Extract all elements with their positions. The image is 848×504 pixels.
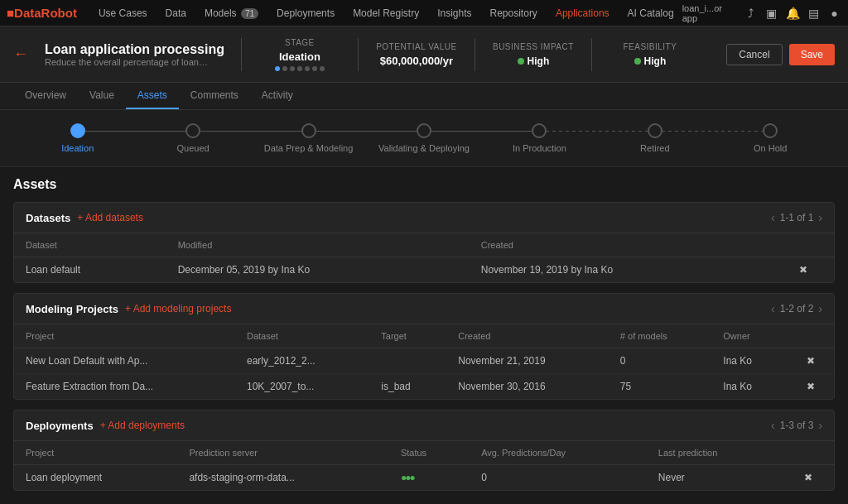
stage-in-production[interactable]: In Production: [482, 123, 597, 153]
datasets-page-info: 1-1 of 1: [780, 212, 814, 223]
header-divider-2: [358, 38, 359, 71]
stage-circle-production: [532, 123, 547, 138]
potential-value: $60,000,000/yr: [375, 55, 458, 67]
stage-dot-4: [297, 66, 302, 71]
nav-use-cases[interactable]: Use Cases: [90, 4, 156, 22]
dep-col-project: Project: [14, 441, 177, 465]
save-button[interactable]: Save: [789, 44, 835, 65]
logo[interactable]: ■DataRobot: [7, 6, 77, 20]
stage-retired[interactable]: Retired: [597, 123, 712, 153]
mp-col-created: Created: [446, 324, 609, 348]
header-actions: Cancel Save: [726, 44, 835, 65]
stage-label-validating: Validating & Deploying: [378, 143, 470, 153]
cancel-button[interactable]: Cancel: [726, 44, 782, 65]
nav-insights[interactable]: Insights: [429, 4, 479, 22]
project-title: Loan application processing: [45, 42, 224, 57]
stage-label-retired: Retired: [640, 143, 669, 153]
mp-row1-num-models: 0: [609, 348, 711, 374]
dataset-remove-button[interactable]: ✖: [773, 257, 834, 283]
chat-icon[interactable]: ▣: [764, 6, 778, 21]
datasets-table: Dataset Modified Created Loan default De…: [14, 233, 834, 282]
stage-label: STAGE: [258, 38, 341, 47]
mp-row1-remove-button[interactable]: ✖: [788, 348, 834, 374]
add-deployments-link[interactable]: + Add deployments: [100, 420, 185, 431]
nav-data[interactable]: Data: [157, 4, 195, 22]
user-icon[interactable]: ●: [827, 6, 841, 21]
dep-col-status: Status: [389, 441, 470, 465]
stage-ideation[interactable]: Ideation: [20, 123, 135, 153]
nav-deployments[interactable]: Deployments: [268, 4, 343, 22]
potential-value-metric: POTENTIAL VALUE $60,000,000/yr: [375, 42, 458, 67]
nav-model-registry[interactable]: Model Registry: [344, 4, 427, 22]
table-row: New Loan Default with Ap... early_2012_2…: [14, 348, 834, 374]
mp-row2-target: is_bad: [369, 374, 446, 400]
modeling-projects-title: Modeling Projects: [26, 303, 118, 315]
back-button[interactable]: ←: [13, 46, 28, 63]
add-datasets-link[interactable]: + Add datasets: [77, 212, 143, 223]
nav-right: loan_i...or app ⤴ ▣ 🔔 ▤ ●: [682, 3, 841, 23]
nav-repository[interactable]: Repository: [482, 4, 546, 22]
stage-value: Ideation: [258, 50, 341, 63]
mp-row1-project: New Loan Default with Ap...: [14, 348, 235, 374]
tab-overview[interactable]: Overview: [13, 83, 78, 109]
add-modeling-projects-link[interactable]: + Add modeling projects: [125, 303, 231, 314]
user-label[interactable]: loan_i...or app: [682, 3, 738, 23]
stage-label-production: In Production: [513, 143, 566, 153]
dep-row1-last: Never: [647, 465, 783, 491]
stage-validating[interactable]: Validating & Deploying: [366, 123, 481, 153]
deployments-table: Project Prediction server Status Avg. Pr…: [14, 441, 834, 490]
mp-col-owner: Owner: [711, 324, 788, 348]
nav-models[interactable]: Models 71: [196, 4, 267, 22]
business-impact-metric: BUSINESS IMPACT High: [492, 42, 575, 67]
datasets-next-arrow[interactable]: ›: [818, 211, 822, 224]
dataset-created: November 19, 2019 by Ina Ko: [470, 257, 773, 283]
dep-row1-avg: 0: [470, 465, 647, 491]
stage-dot-2: [282, 66, 287, 71]
dep-row1-project: Loan deployment: [14, 465, 177, 491]
folder-icon[interactable]: ▤: [807, 6, 821, 21]
modeling-prev-arrow[interactable]: ‹: [771, 302, 775, 315]
datasets-prev-arrow[interactable]: ‹: [771, 211, 775, 224]
header-divider-4: [591, 38, 592, 71]
nav-ai-catalog[interactable]: AI Catalog: [619, 4, 682, 22]
modeling-projects-header: Modeling Projects + Add modeling project…: [14, 294, 834, 324]
datasets-col-action: [773, 233, 834, 257]
feasibility-metric: FEASIBILITY High: [609, 42, 691, 67]
deployments-next-arrow[interactable]: ›: [818, 419, 822, 432]
nav-applications[interactable]: Applications: [547, 4, 618, 22]
mp-row1-dataset: early_2012_2...: [235, 348, 369, 374]
stage-circle-ideation: [70, 123, 85, 138]
mp-row2-remove-button[interactable]: ✖: [788, 374, 834, 400]
feasibility-badge: High: [634, 55, 667, 67]
stage-on-hold[interactable]: On Hold: [713, 123, 828, 153]
tab-value[interactable]: Value: [78, 83, 126, 109]
mp-col-num-models: # of models: [609, 324, 711, 348]
modeling-projects-table: Project Dataset Target Created # of mode…: [14, 324, 834, 399]
stage-circle-validating: [417, 123, 431, 138]
stage-queued[interactable]: Queued: [135, 123, 250, 153]
potential-value-label: POTENTIAL VALUE: [375, 42, 458, 51]
stage-label-queued: Queued: [177, 143, 210, 153]
stage-circle-queued: [186, 123, 200, 138]
mp-col-dataset: Dataset: [235, 324, 369, 348]
mp-row1-owner: Ina Ko: [711, 348, 788, 374]
share-icon[interactable]: ⤴: [744, 6, 758, 21]
dep-col-server: Prediction server: [177, 441, 388, 465]
datasets-col-modified: Modified: [166, 233, 470, 257]
tab-assets[interactable]: Assets: [126, 83, 179, 109]
dep-col-last-prediction: Last prediction: [647, 441, 783, 465]
stage-dot-7: [320, 66, 325, 71]
mp-col-target: Target: [369, 324, 446, 348]
feasibility-value: High: [609, 55, 691, 67]
tab-activity[interactable]: Activity: [250, 83, 305, 109]
modeling-next-arrow[interactable]: ›: [818, 302, 822, 315]
deployments-prev-arrow[interactable]: ‹: [771, 419, 775, 432]
mp-row2-dataset: 10K_2007_to...: [235, 374, 369, 400]
dep-row1-remove-button[interactable]: ✖: [782, 465, 834, 491]
mp-row1-created: November 21, 2019: [446, 348, 609, 374]
dep-row1-status: ●●●: [389, 465, 470, 491]
dataset-name: Loan default: [14, 257, 166, 283]
notification-icon[interactable]: 🔔: [785, 6, 799, 21]
stage-data-prep[interactable]: Data Prep & Modeling: [251, 123, 366, 153]
tab-comments[interactable]: Comments: [179, 83, 250, 109]
